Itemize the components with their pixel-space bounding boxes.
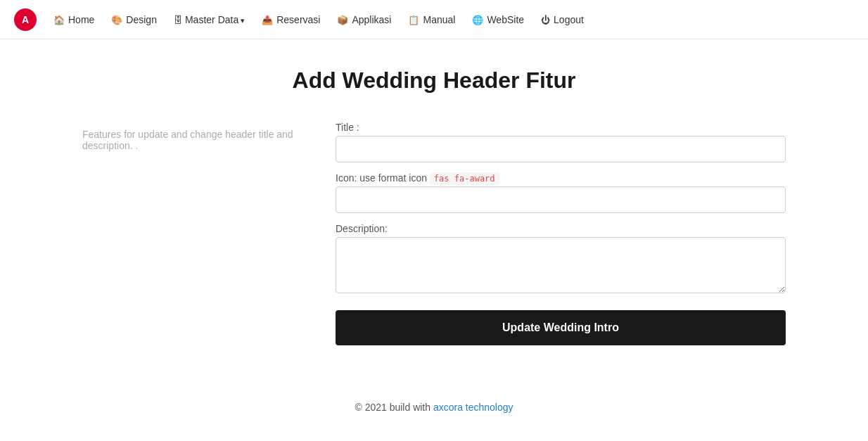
website-icon <box>472 14 483 25</box>
nav-item-reservasi[interactable]: Reservasi <box>255 8 327 31</box>
design-icon <box>111 14 122 25</box>
logout-icon <box>541 14 550 25</box>
footer-link[interactable]: axcora technology <box>433 402 513 413</box>
brand-logo[interactable]: A <box>14 8 37 31</box>
form-fields: Title : Icon: use format icon fas fa-awa… <box>336 122 786 345</box>
icon-input[interactable] <box>336 186 786 213</box>
title-input[interactable] <box>336 136 786 162</box>
nav-item-manual[interactable]: Manual <box>401 8 462 31</box>
chevron-down-icon <box>241 14 245 25</box>
description-label: Description: <box>336 223 786 234</box>
icon-field-group: Icon: use format icon fas fa-award <box>336 172 786 213</box>
nav-label-manual: Manual <box>423 14 455 25</box>
angular-icon: A <box>14 8 37 31</box>
page-footer: © 2021 build with axcora technology <box>0 388 868 427</box>
nav-item-applikasi[interactable]: Applikasi <box>330 8 398 31</box>
main-content: Add Wedding Header Fitur Features for up… <box>0 39 868 373</box>
reservasi-icon <box>262 14 273 25</box>
nav-label-website: WebSite <box>487 14 524 25</box>
master-data-icon <box>174 14 183 25</box>
nav-item-website[interactable]: WebSite <box>465 8 531 31</box>
home-icon <box>53 14 65 25</box>
footer-copyright: © 2021 build with <box>355 402 430 413</box>
form-container: Features for update and change header ti… <box>82 122 786 345</box>
nav-label-logout: Logout <box>554 14 584 25</box>
nav-item-master-data[interactable]: Master Data <box>167 8 252 31</box>
page-title: Add Wedding Header Fitur <box>293 68 576 94</box>
form-description: Features for update and change header ti… <box>82 122 307 151</box>
nav-item-home[interactable]: Home <box>46 8 101 31</box>
nav-item-design[interactable]: Design <box>104 8 164 31</box>
main-navigation: A Home Design Master Data Reservasi Appl… <box>0 0 868 39</box>
manual-icon <box>408 14 419 25</box>
nav-item-logout[interactable]: Logout <box>534 8 591 31</box>
icon-code-snippet: fas fa-award <box>430 172 499 185</box>
submit-button[interactable]: Update Wedding Intro <box>336 310 786 345</box>
nav-label-applikasi: Applikasi <box>352 14 391 25</box>
applikasi-icon <box>337 14 348 25</box>
nav-label-reservasi: Reservasi <box>276 14 320 25</box>
description-field-group: Description: <box>336 223 786 296</box>
nav-label-design: Design <box>126 14 157 25</box>
nav-label-home: Home <box>68 14 94 25</box>
icon-label: Icon: use format icon fas fa-award <box>336 172 786 184</box>
title-field-group: Title : <box>336 122 786 162</box>
nav-label-master-data: Master Data <box>185 14 238 25</box>
description-textarea[interactable] <box>336 237 786 293</box>
title-label: Title : <box>336 122 786 133</box>
